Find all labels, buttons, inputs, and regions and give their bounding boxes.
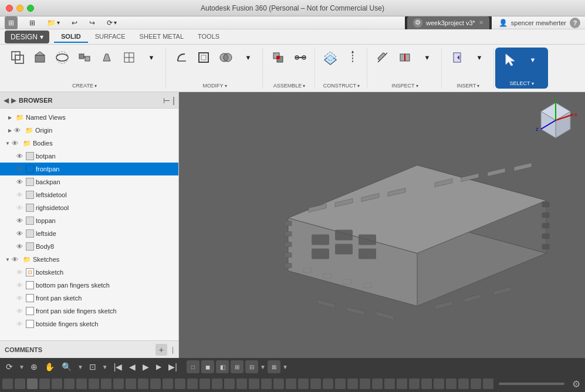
select-dropdown[interactable]: ▼ [522,50,543,70]
navigation-gizmo[interactable]: x y z [532,97,579,146]
eye-icon-bodies[interactable]: 👁 [12,140,20,147]
bi-btn-4[interactable] [39,379,50,389]
browser-nav-left[interactable]: ◀ [4,96,9,104]
modify-dropdown[interactable]: ▼ [238,48,259,67]
undo-btn[interactable]: ↩ [67,18,82,28]
eye-icon-toppan[interactable]: 👁 [16,217,25,224]
bi-btn-30[interactable] [360,379,370,389]
prev-frame-btn[interactable]: |◀ [111,361,125,373]
tab-solid[interactable]: SOLID [54,31,88,43]
create-btn-4[interactable] [74,48,95,67]
create-btn-5[interactable] [96,48,117,67]
bi-btn-5[interactable] [52,379,62,389]
wireframe-btn[interactable]: □ [187,360,199,373]
create-btn-2[interactable] [29,48,50,67]
bi-btn-23[interactable] [273,379,284,389]
view-btn[interactable]: ⊠ [268,360,280,373]
bi-btn-15[interactable] [175,379,185,389]
expand-sketches[interactable]: ▼ [4,255,12,263]
bi-btn-20[interactable] [236,379,247,389]
bi-btn-8[interactable] [89,379,99,389]
minimize-button[interactable] [16,5,23,12]
tree-bottompan[interactable]: 👁 bottom pan fingers sketch [0,279,178,292]
tree-leftside[interactable]: 👁 leftside [0,227,178,240]
comments-collapse-btn[interactable]: | [172,346,174,354]
bi-btn-40[interactable] [483,379,493,389]
create-btn-1[interactable] [7,48,28,67]
bi-btn-14[interactable] [163,379,173,389]
inspect-btn-2[interactable] [394,48,415,67]
viewport[interactable]: x y z [179,92,585,358]
insert-dropdown[interactable]: ▼ [469,48,490,67]
bi-btn-2[interactable] [15,379,25,389]
tree-toppan[interactable]: 👁 toppan [0,214,178,227]
next-frame-btn[interactable]: ▶| [166,361,180,373]
bi-btn-36[interactable] [434,379,444,389]
bi-btn-38[interactable] [458,379,469,389]
eye-icon-origin[interactable]: 👁 [14,127,22,134]
tab-surface[interactable]: SURFACE [88,31,133,43]
modify-btn-2[interactable] [193,48,214,67]
eye-icon-righsidetool[interactable]: 👁 [16,204,25,211]
tab-close-icon[interactable]: ✕ [479,19,483,26]
pan-btn[interactable]: ✋ [42,361,57,373]
settings-gear-btn[interactable]: ⚙ [570,379,583,390]
view-select-btn[interactable]: ⊡ [87,361,99,373]
maximize-button[interactable] [27,5,34,12]
tab-tools[interactable]: TOOLS [191,31,226,43]
eye-icon-bottompan[interactable]: 👁 [16,282,25,289]
hidden-btn[interactable]: ◧ [216,360,229,373]
pivot-btn[interactable]: ⊕ [28,361,40,373]
tree-botsketch[interactable]: 👁 ⊡ botsketch [0,266,178,279]
bi-btn-12[interactable] [138,379,148,389]
bi-btn-3[interactable] [27,379,38,389]
eye-icon-botside[interactable]: 👁 [16,320,25,327]
tree-bodies[interactable]: ▼ 👁 📁 Bodies [0,137,178,150]
tree-frontpan[interactable]: 👁 frontpan [0,163,178,175]
tree-righsidetool[interactable]: 👁 righsidetool [0,201,178,214]
tab-sheet-metal[interactable]: SHEET METAL [133,31,191,43]
tree-origin[interactable]: ▶ 👁 📁 Origin [0,124,178,137]
fwd-btn[interactable]: ▶ [154,361,164,372]
bi-btn-10[interactable] [113,379,124,389]
bi-btn-35[interactable] [421,379,432,389]
bi-btn-9[interactable] [101,379,111,389]
bi-btn-19[interactable] [224,379,235,389]
eye-icon-backpan[interactable]: 👁 [16,178,25,185]
redo-btn[interactable]: ↪ [84,18,100,28]
browser-pin-btn[interactable]: | [173,96,175,105]
eye-icon-frontpan-sk[interactable]: 👁 [16,295,25,302]
bi-btn-6[interactable] [64,379,75,389]
modify-btn-3[interactable] [215,48,236,67]
design-mode-btn[interactable]: DESIGN ▾ [5,31,49,43]
inspect-dropdown[interactable]: ▼ [417,48,438,67]
eye-icon-botsketch[interactable]: 👁 [16,269,25,276]
bi-btn-27[interactable] [323,379,333,389]
bi-btn-34[interactable] [409,379,420,389]
construct-btn-2[interactable] [342,48,363,67]
back-btn[interactable]: ◀ [127,361,138,373]
history-btn[interactable]: ⟳ ▾ [102,18,121,28]
bi-btn-28[interactable] [335,379,346,389]
inspect-btn-1[interactable] [372,48,393,67]
eye-icon-frontpanside[interactable]: 👁 [16,307,25,315]
bi-btn-16[interactable] [187,379,198,389]
bi-btn-25[interactable] [298,379,309,389]
tree-botside[interactable]: 👁 botside fingers sketch [0,317,178,330]
eye-icon-leftside[interactable]: 👁 [16,230,25,237]
shaded-btn[interactable]: ◼ [201,360,214,373]
comments-add-btn[interactable]: + [155,344,167,356]
bi-btn-11[interactable] [126,379,136,389]
assemble-btn-1[interactable] [268,48,289,67]
menubar-icon-grid[interactable]: ⊞ [25,18,40,28]
select-btn[interactable] [500,50,521,70]
create-btn-6[interactable] [119,48,140,67]
bi-btn-24[interactable] [286,379,296,389]
bi-btn-29[interactable] [347,379,358,389]
tree-body8[interactable]: 👁 Body8 [0,240,178,253]
eye-icon-sketches[interactable]: 👁 [12,256,20,263]
bi-btn-18[interactable] [212,379,222,389]
browser-collapse-btn[interactable]: ⊢ [163,96,170,105]
file-menu[interactable]: 📁 ▾ [42,18,65,28]
bi-btn-39[interactable] [471,379,481,389]
